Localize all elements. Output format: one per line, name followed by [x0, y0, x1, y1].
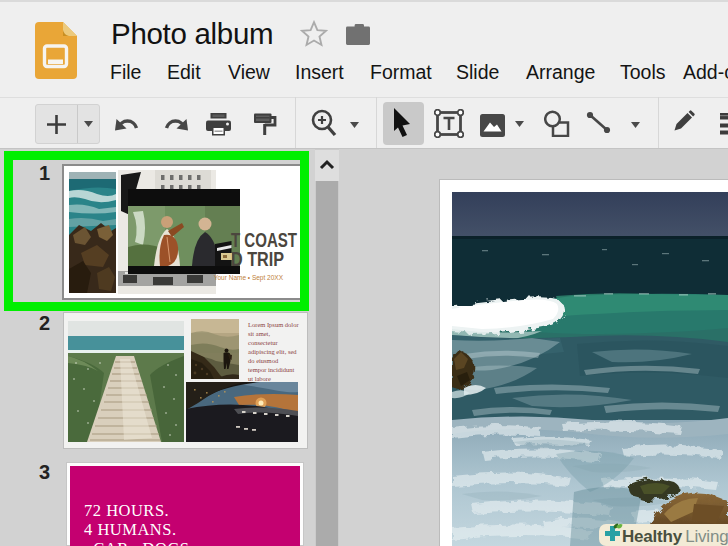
- svg-text:do eiusmod: do eiusmod: [248, 357, 279, 364]
- svg-text:sit amet,: sit amet,: [248, 330, 270, 337]
- svg-text:tempor incididunt: tempor incididunt: [248, 366, 295, 373]
- svg-text:adipiscing elit, sed: adipiscing elit, sed: [248, 348, 297, 355]
- svg-text:Lorem Ipsum dolor: Lorem Ipsum dolor: [248, 321, 299, 328]
- svg-text:ut labore: ut labore: [248, 375, 271, 382]
- svg-text:consectetur: consectetur: [248, 339, 278, 346]
